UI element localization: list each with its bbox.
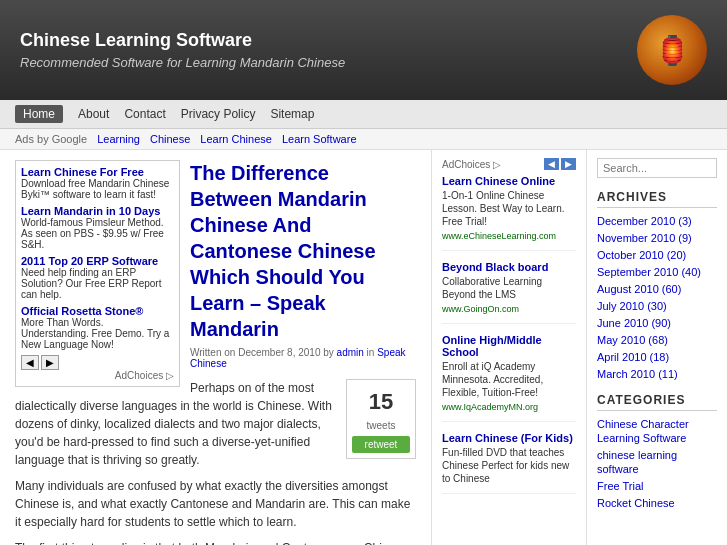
archive-link[interactable]: March 2010 (11) xyxy=(597,368,678,380)
site-subtitle: Recommended Software for Learning Mandar… xyxy=(20,55,345,70)
ads-link-learning[interactable]: Learning xyxy=(97,133,140,145)
ads-by-google-label: Ads by Google xyxy=(15,133,87,145)
article-author[interactable]: admin xyxy=(337,347,364,358)
archive-link[interactable]: October 2010 (20) xyxy=(597,249,686,261)
middle-ad-3-body: Enroll at iQ Academy Minnesota. Accredit… xyxy=(442,360,576,399)
middle-ad-2-url: www.GoingOn.com xyxy=(442,304,519,314)
middle-ad-4-body: Fun-filled DVD that teaches Chinese Perf… xyxy=(442,446,576,485)
site-logo: 🏮 xyxy=(637,15,707,85)
ad-choices-label: AdChoices ▷ xyxy=(442,159,501,170)
left-ad-1-title[interactable]: Learn Chinese For Free xyxy=(21,166,144,178)
ads-link-learn-software[interactable]: Learn Software xyxy=(282,133,357,145)
middle-ad-1: Learn Chinese Online 1-On-1 Online Chine… xyxy=(442,175,576,251)
middle-ad-2-title[interactable]: Beyond Black board xyxy=(442,261,576,273)
left-ad-4: Official Rosetta Stone® More Than Words.… xyxy=(21,305,174,350)
ad-choices-nav: ◀ ▶ xyxy=(544,158,576,170)
middle-ad-2: Beyond Black board Collaborative Learnin… xyxy=(442,261,576,324)
archive-link[interactable]: September 2010 (40) xyxy=(597,266,701,278)
retweet-button[interactable]: retweet xyxy=(352,436,410,453)
archives-list: December 2010 (3) November 2010 (9) Octo… xyxy=(597,214,717,381)
archive-link[interactable]: April 2010 (18) xyxy=(597,351,669,363)
left-ad-3: 2011 Top 20 ERP Software Need help findi… xyxy=(21,255,174,300)
archive-link[interactable]: August 2010 (60) xyxy=(597,283,681,295)
left-ad-2: Learn Mandarin in 10 Days World-famous P… xyxy=(21,205,174,250)
nav-sitemap[interactable]: Sitemap xyxy=(270,107,314,121)
article-para-2: Many individuals are confused by what ex… xyxy=(15,477,416,531)
category-link[interactable]: chinese learning software xyxy=(597,449,677,475)
ads-link-learn-chinese[interactable]: Learn Chinese xyxy=(200,133,272,145)
list-item: April 2010 (18) xyxy=(597,350,717,364)
article-date: December 8, 2010 xyxy=(238,347,320,358)
middle-column: AdChoices ▷ ◀ ▶ Learn Chinese Online 1-O… xyxy=(432,150,587,545)
site-header: Chinese Learning Software Recommended So… xyxy=(0,0,727,100)
site-title: Chinese Learning Software xyxy=(20,30,345,51)
left-ad-4-body: More Than Words. Understanding. Free Dem… xyxy=(21,317,174,350)
middle-ad-3-url: www.IqAcademyMN.org xyxy=(442,402,538,412)
article-body: 15 tweets retweet Perhaps on of the most… xyxy=(15,379,416,545)
list-item: July 2010 (30) xyxy=(597,299,717,313)
ad-choices-next[interactable]: ▶ xyxy=(561,158,576,170)
main-nav: Home About Contact Privacy Policy Sitema… xyxy=(0,100,727,129)
archive-link[interactable]: June 2010 (90) xyxy=(597,317,671,329)
list-item: September 2010 (40) xyxy=(597,265,717,279)
middle-ad-4: Learn Chinese (For Kids) Fun-filled DVD … xyxy=(442,432,576,494)
search-input[interactable] xyxy=(597,158,717,178)
list-item: Rocket Chinese xyxy=(597,496,717,510)
list-item: May 2010 (68) xyxy=(597,333,717,347)
nav-home[interactable]: Home xyxy=(15,105,63,123)
left-ads-next[interactable]: ▶ xyxy=(41,355,59,370)
left-ad-3-title[interactable]: 2011 Top 20 ERP Software xyxy=(21,255,158,267)
categories-title: CATEGORIES xyxy=(597,393,717,411)
list-item: June 2010 (90) xyxy=(597,316,717,330)
category-link[interactable]: Free Trial xyxy=(597,480,643,492)
middle-ad-3: Online High/Middle School Enroll at iQ A… xyxy=(442,334,576,422)
list-item: March 2010 (11) xyxy=(597,367,717,381)
middle-ad-3-title[interactable]: Online High/Middle School xyxy=(442,334,576,358)
left-ads-footer: AdChoices ▷ xyxy=(21,370,174,381)
ads-link-chinese[interactable]: Chinese xyxy=(150,133,190,145)
middle-ad-4-title[interactable]: Learn Chinese (For Kids) xyxy=(442,432,576,444)
left-ad-2-body: World-famous Pimsleur Method. As seen on… xyxy=(21,217,174,250)
middle-ad-2-body: Collaborative Learning Beyond the LMS xyxy=(442,275,576,301)
middle-ad-1-body: 1-On-1 Online Chinese Lesson. Best Way t… xyxy=(442,189,576,228)
left-ads-nav: ◀ ▶ xyxy=(21,355,174,370)
list-item: August 2010 (60) xyxy=(597,282,717,296)
archive-link[interactable]: December 2010 (3) xyxy=(597,215,692,227)
middle-ad-1-title[interactable]: Learn Chinese Online xyxy=(442,175,576,187)
list-item: October 2010 (20) xyxy=(597,248,717,262)
categories-list: Chinese Character Learning Software chin… xyxy=(597,417,717,510)
left-ad-2-title[interactable]: Learn Mandarin in 10 Days xyxy=(21,205,160,217)
archive-link[interactable]: November 2010 (9) xyxy=(597,232,692,244)
archive-link[interactable]: May 2010 (68) xyxy=(597,334,668,346)
tweet-count: 15 xyxy=(352,385,410,418)
ad-choices-prev[interactable]: ◀ xyxy=(544,158,559,170)
list-item: chinese learning software xyxy=(597,448,717,476)
ads-bar: Ads by Google Learning Chinese Learn Chi… xyxy=(0,129,727,150)
ad-choices-header: AdChoices ▷ ◀ ▶ xyxy=(442,158,576,170)
middle-ad-1-url: www.eChineseLearning.com xyxy=(442,231,556,241)
categories-section: CATEGORIES Chinese Character Learning So… xyxy=(597,393,717,510)
category-link[interactable]: Chinese Character Learning Software xyxy=(597,418,689,444)
left-ads-block: Learn Chinese For Free Download free Man… xyxy=(15,160,180,387)
category-link[interactable]: Rocket Chinese xyxy=(597,497,675,509)
left-ad-3-body: Need help finding an ERP Solution? Our F… xyxy=(21,267,174,300)
list-item: Chinese Character Learning Software xyxy=(597,417,717,445)
main-container: Learn Chinese For Free Download free Man… xyxy=(0,150,727,545)
tweet-label: tweets xyxy=(352,418,410,433)
left-ad-4-title[interactable]: Official Rosetta Stone® xyxy=(21,305,143,317)
archives-title: ARCHIVES xyxy=(597,190,717,208)
list-item: November 2010 (9) xyxy=(597,231,717,245)
left-ads-prev[interactable]: ◀ xyxy=(21,355,39,370)
archive-link[interactable]: July 2010 (30) xyxy=(597,300,667,312)
nav-contact[interactable]: Contact xyxy=(124,107,165,121)
left-ad-1: Learn Chinese For Free Download free Man… xyxy=(21,166,174,200)
nav-about[interactable]: About xyxy=(78,107,109,121)
right-sidebar: ARCHIVES December 2010 (3) November 2010… xyxy=(587,150,727,545)
article-content: Learn Chinese For Free Download free Man… xyxy=(0,150,432,545)
site-title-area: Chinese Learning Software Recommended So… xyxy=(20,30,345,70)
search-box xyxy=(597,158,717,178)
nav-privacy[interactable]: Privacy Policy xyxy=(181,107,256,121)
left-ad-1-body: Download free Mandarin Chinese Byki™ sof… xyxy=(21,178,174,200)
tweet-box: 15 tweets retweet xyxy=(346,379,416,459)
list-item: Free Trial xyxy=(597,479,717,493)
